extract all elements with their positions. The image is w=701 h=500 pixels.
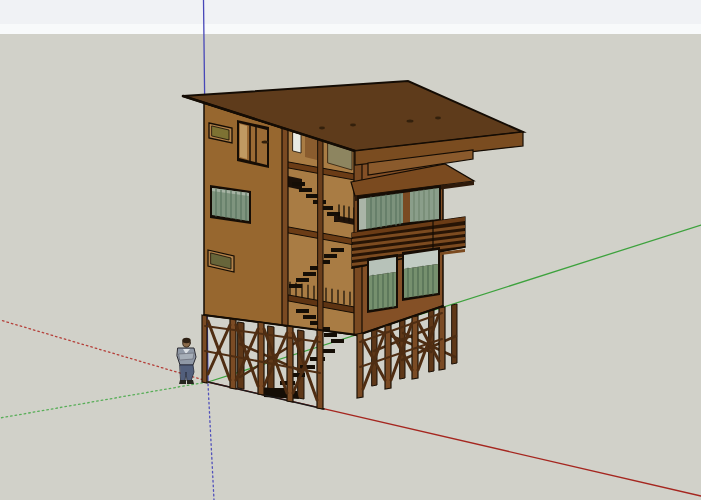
figure-shoe[interactable] — [179, 380, 186, 384]
figure-shoe[interactable] — [187, 380, 194, 384]
stair-step[interactable] — [303, 272, 316, 276]
window-band-pane[interactable] — [359, 198, 366, 230]
model-scene-3d[interactable] — [0, 0, 701, 500]
figure-hair[interactable] — [182, 338, 190, 344]
stair-step[interactable] — [296, 309, 309, 313]
stair-step[interactable] — [324, 333, 337, 337]
stair-step[interactable] — [296, 278, 309, 282]
stair-step[interactable] — [306, 194, 319, 198]
roof-vent — [350, 124, 356, 127]
window-tall-highlight[interactable] — [240, 124, 247, 159]
figure-pants[interactable] — [180, 365, 194, 381]
stair-step[interactable] — [327, 212, 340, 216]
stair-step[interactable] — [331, 339, 344, 343]
tower-window-sliver[interactable] — [293, 132, 301, 153]
stair-step[interactable] — [303, 315, 316, 319]
roof-vent — [262, 140, 269, 143]
stair-step[interactable] — [292, 182, 305, 186]
tower-post-middle[interactable] — [318, 136, 323, 332]
roof-vent — [435, 117, 441, 120]
stair-step[interactable] — [331, 248, 344, 252]
stair-step[interactable] — [299, 188, 312, 192]
stair-step[interactable] — [324, 254, 337, 258]
sketchup-viewport[interactable] — [0, 0, 701, 500]
tower-post-left[interactable] — [282, 126, 288, 327]
roof-vent — [407, 119, 414, 122]
sky-horizon-glow — [0, 24, 701, 34]
figure-arms[interactable] — [179, 353, 194, 360]
roof-vent — [319, 127, 325, 130]
window-band-mullion[interactable] — [403, 192, 410, 223]
